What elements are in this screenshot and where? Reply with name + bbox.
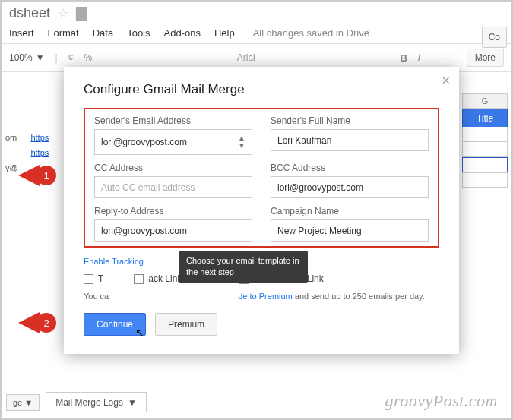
bcc-input[interactable] <box>271 176 429 198</box>
highlighted-fields: Sender's Email Address lori@groovypost.c… <box>84 108 439 248</box>
menu-data[interactable]: Data <box>93 27 113 39</box>
doc-title[interactable]: dsheet <box>9 5 50 21</box>
bold-button[interactable]: B <box>400 52 407 64</box>
cell-link[interactable]: https <box>30 148 49 157</box>
cell[interactable] <box>462 127 508 142</box>
close-icon[interactable]: × <box>442 73 450 89</box>
sheet-tab[interactable]: Mail Merge Logs▼ <box>46 392 147 412</box>
premium-button[interactable]: Premium <box>155 313 217 336</box>
sender-email-select[interactable]: lori@groovypost.com ▲▼ <box>94 129 252 155</box>
menu-addons[interactable]: Add-ons <box>164 27 201 39</box>
campaign-name-label: Campaign Name <box>271 206 429 216</box>
menu-bar: Insert Format Data Tools Add-ons Help Al… <box>2 21 511 44</box>
campaign-name-input[interactable] <box>271 219 429 242</box>
chevron-down-icon: ▼ <box>128 397 137 408</box>
cursor-icon: ↖ <box>135 327 144 339</box>
track-opens-checkbox[interactable] <box>84 274 93 284</box>
checkbox-label: T <box>98 273 103 284</box>
menu-tools[interactable]: Tools <box>127 27 150 39</box>
track-clicks-checkbox[interactable] <box>134 274 144 284</box>
column-header-g[interactable]: G <box>462 93 508 109</box>
save-status: All changes saved in Drive <box>253 27 369 39</box>
cc-label: CC Address <box>94 163 252 173</box>
menu-help[interactable]: Help <box>214 27 235 39</box>
menu-format[interactable]: Format <box>48 27 79 39</box>
sheet-menu-button[interactable]: ge ▼ <box>6 394 40 411</box>
comments-button[interactable]: Co <box>482 27 507 48</box>
dialog-title: Configure Gmail Mail Merge <box>84 82 439 97</box>
zoom-select[interactable]: 100%▼ <box>9 52 45 63</box>
selected-cell[interactable] <box>462 157 508 172</box>
italic-button[interactable]: I <box>418 52 420 63</box>
title-column-header: Title <box>462 109 508 128</box>
currency-icon[interactable]: ¢ <box>68 52 74 63</box>
continue-tooltip: Choose your email template in the next s… <box>179 251 308 283</box>
sender-name-input[interactable] <box>271 129 429 151</box>
cell[interactable] <box>462 142 508 157</box>
cc-input[interactable] <box>94 176 252 198</box>
bcc-label: BCC Address <box>271 163 429 173</box>
folder-icon[interactable]: ▇ <box>76 5 87 21</box>
reply-to-input[interactable] <box>94 219 252 242</box>
callout-2: 2 <box>18 312 56 333</box>
star-icon[interactable]: ☆ <box>58 6 68 21</box>
menu-insert[interactable]: Insert <box>9 27 34 39</box>
callout-1: 1 <box>18 165 56 186</box>
cell-text: om <box>5 133 17 142</box>
cell[interactable] <box>462 172 508 188</box>
sender-name-label: Sender's Full Name <box>271 115 429 126</box>
chevron-updown-icon: ▲▼ <box>238 134 245 150</box>
more-button[interactable]: More <box>467 49 504 67</box>
cell-link[interactable]: https <box>30 133 49 142</box>
configure-mail-merge-dialog: × Configure Gmail Mail Merge Sender's Em… <box>64 67 459 354</box>
watermark: groovyPost.com <box>385 391 498 411</box>
sender-email-label: Sender's Email Address <box>94 115 252 126</box>
reply-to-label: Reply-to Address <box>94 206 252 216</box>
percent-icon[interactable]: % <box>84 52 92 63</box>
upgrade-premium-link[interactable]: de to Premium <box>238 292 293 301</box>
font-select[interactable]: Arial <box>237 52 255 63</box>
cell-text: y@ <box>5 163 18 172</box>
upgrade-text: You cade to Premium and send up to 250 e… <box>84 292 439 301</box>
